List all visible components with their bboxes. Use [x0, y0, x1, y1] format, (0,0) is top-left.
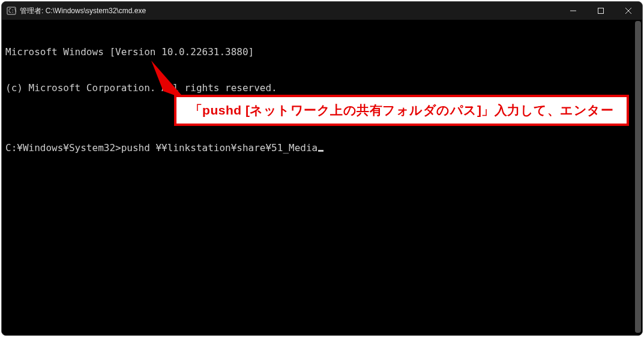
prompt-line: C:¥Windows¥System32>pushd ¥¥linkstation¥… — [5, 142, 639, 154]
minimize-button[interactable] — [559, 2, 587, 20]
close-button[interactable] — [615, 2, 642, 20]
copyright-line: (c) Microsoft Corporation. All rights re… — [5, 82, 639, 94]
instruction-callout: 「pushd [ネットワーク上の共有フォルダのパス]」入力して、エンター — [174, 95, 629, 126]
callout-text: 「pushd [ネットワーク上の共有フォルダのパス]」入力して、エンター — [190, 102, 614, 119]
svg-rect-3 — [598, 8, 604, 14]
cursor — [318, 150, 324, 152]
command-input[interactable]: pushd ¥¥linkstation¥share¥51_Media — [121, 142, 318, 154]
maximize-button[interactable] — [587, 2, 615, 20]
scrollbar-thumb[interactable] — [635, 21, 641, 333]
prompt-text: C:¥Windows¥System32> — [5, 142, 121, 154]
cmd-window: C:\ 管理者: C:\Windows\system32\cmd.exe Mic… — [1, 1, 643, 336]
scrollbar[interactable] — [635, 21, 641, 333]
terminal-output[interactable]: Microsoft Windows [Version 10.0.22631.38… — [2, 20, 642, 335]
cmd-icon: C:\ — [7, 6, 16, 16]
titlebar[interactable]: C:\ 管理者: C:\Windows\system32\cmd.exe — [2, 2, 642, 20]
window-title: 管理者: C:\Windows\system32\cmd.exe — [20, 6, 146, 16]
svg-text:C:\: C:\ — [8, 8, 16, 14]
version-line: Microsoft Windows [Version 10.0.22631.38… — [5, 46, 639, 58]
